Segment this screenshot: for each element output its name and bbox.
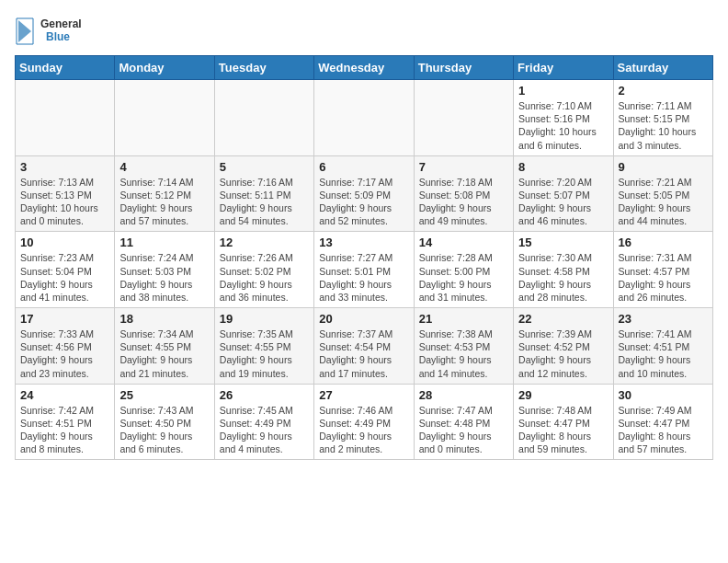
day-cell-2: 2Sunrise: 7:11 AM Sunset: 5:15 PM Daylig… <box>613 80 712 156</box>
day-number: 10 <box>20 236 109 249</box>
day-info: Sunrise: 7:47 AM Sunset: 4:48 PM Dayligh… <box>419 404 508 456</box>
day-info: Sunrise: 7:10 AM Sunset: 5:16 PM Dayligh… <box>518 99 608 152</box>
day-info: Sunrise: 7:21 AM Sunset: 5:05 PM Dayligh… <box>619 176 708 228</box>
day-cell-12: 12Sunrise: 7:26 AM Sunset: 5:02 PM Dayli… <box>214 232 313 308</box>
header: General Blue <box>15 15 713 48</box>
week-row-2: 3Sunrise: 7:13 AM Sunset: 5:13 PM Daylig… <box>16 155 713 232</box>
day-number: 4 <box>119 160 209 174</box>
day-cell-26: 26Sunrise: 7:45 AM Sunset: 4:49 PM Dayli… <box>214 384 313 460</box>
day-info: Sunrise: 7:26 AM Sunset: 5:02 PM Dayligh… <box>220 251 309 304</box>
day-info: Sunrise: 7:17 AM Sunset: 5:09 PM Dayligh… <box>319 176 408 228</box>
day-cell-5: 5Sunrise: 7:16 AM Sunset: 5:11 PM Daylig… <box>214 155 313 232</box>
day-info: Sunrise: 7:27 AM Sunset: 5:01 PM Dayligh… <box>319 251 408 304</box>
day-info: Sunrise: 7:38 AM Sunset: 4:53 PM Dayligh… <box>419 327 508 380</box>
day-cell-11: 11Sunrise: 7:24 AM Sunset: 5:03 PM Dayli… <box>115 232 214 308</box>
day-cell-10: 10Sunrise: 7:23 AM Sunset: 5:04 PM Dayli… <box>16 232 115 308</box>
day-cell-21: 21Sunrise: 7:38 AM Sunset: 4:53 PM Dayli… <box>414 308 513 385</box>
day-cell-17: 17Sunrise: 7:33 AM Sunset: 4:56 PM Dayli… <box>16 308 115 385</box>
empty-cell <box>214 80 313 156</box>
day-info: Sunrise: 7:20 AM Sunset: 5:07 PM Dayligh… <box>518 176 608 228</box>
day-info: Sunrise: 7:48 AM Sunset: 4:47 PM Dayligh… <box>518 404 608 456</box>
week-row-1: 1Sunrise: 7:10 AM Sunset: 5:16 PM Daylig… <box>16 80 713 156</box>
day-number: 21 <box>419 312 508 326</box>
day-number: 30 <box>619 388 708 402</box>
day-number: 8 <box>518 160 608 174</box>
logo-icon: General Blue <box>15 15 97 48</box>
day-info: Sunrise: 7:42 AM Sunset: 4:51 PM Dayligh… <box>20 404 109 456</box>
day-info: Sunrise: 7:13 AM Sunset: 5:13 PM Dayligh… <box>20 176 109 228</box>
weekday-header-friday: Friday <box>514 56 613 80</box>
day-cell-16: 16Sunrise: 7:31 AM Sunset: 4:57 PM Dayli… <box>613 232 712 308</box>
empty-cell <box>314 80 414 156</box>
day-cell-3: 3Sunrise: 7:13 AM Sunset: 5:13 PM Daylig… <box>16 155 115 232</box>
day-cell-27: 27Sunrise: 7:46 AM Sunset: 4:49 PM Dayli… <box>314 384 414 460</box>
day-number: 1 <box>518 84 608 98</box>
day-number: 5 <box>220 160 309 174</box>
day-info: Sunrise: 7:37 AM Sunset: 4:54 PM Dayligh… <box>319 327 408 380</box>
day-number: 6 <box>319 160 408 174</box>
day-info: Sunrise: 7:28 AM Sunset: 5:00 PM Dayligh… <box>419 251 508 304</box>
day-cell-14: 14Sunrise: 7:28 AM Sunset: 5:00 PM Dayli… <box>414 232 513 308</box>
day-info: Sunrise: 7:23 AM Sunset: 5:04 PM Dayligh… <box>20 251 109 304</box>
weekday-header-thursday: Thursday <box>414 56 513 80</box>
day-cell-24: 24Sunrise: 7:42 AM Sunset: 4:51 PM Dayli… <box>16 384 115 460</box>
day-number: 24 <box>20 388 109 402</box>
day-number: 9 <box>619 160 708 174</box>
day-cell-15: 15Sunrise: 7:30 AM Sunset: 4:58 PM Dayli… <box>514 232 613 308</box>
day-number: 28 <box>419 388 508 402</box>
day-number: 3 <box>20 160 109 174</box>
day-info: Sunrise: 7:16 AM Sunset: 5:11 PM Dayligh… <box>220 176 309 228</box>
day-cell-18: 18Sunrise: 7:34 AM Sunset: 4:55 PM Dayli… <box>115 308 214 385</box>
empty-cell <box>115 80 214 156</box>
day-number: 2 <box>619 84 708 98</box>
day-number: 23 <box>619 312 708 326</box>
weekday-header-saturday: Saturday <box>613 56 712 80</box>
day-number: 17 <box>20 312 109 326</box>
calendar-table: SundayMondayTuesdayWednesdayThursdayFrid… <box>15 55 713 460</box>
svg-text:Blue: Blue <box>46 30 70 43</box>
day-info: Sunrise: 7:30 AM Sunset: 4:58 PM Dayligh… <box>518 251 608 304</box>
day-info: Sunrise: 7:34 AM Sunset: 4:55 PM Dayligh… <box>119 327 209 380</box>
day-number: 12 <box>220 236 309 249</box>
day-number: 26 <box>220 388 309 402</box>
day-info: Sunrise: 7:31 AM Sunset: 4:57 PM Dayligh… <box>619 251 708 304</box>
day-info: Sunrise: 7:14 AM Sunset: 5:12 PM Dayligh… <box>119 176 209 228</box>
day-info: Sunrise: 7:45 AM Sunset: 4:49 PM Dayligh… <box>220 404 309 456</box>
day-number: 29 <box>518 388 608 402</box>
day-cell-19: 19Sunrise: 7:35 AM Sunset: 4:55 PM Dayli… <box>214 308 313 385</box>
day-number: 14 <box>419 236 508 249</box>
day-number: 20 <box>319 312 408 326</box>
day-cell-28: 28Sunrise: 7:47 AM Sunset: 4:48 PM Dayli… <box>414 384 513 460</box>
weekday-header-sunday: Sunday <box>16 56 115 80</box>
svg-text:General: General <box>40 17 82 30</box>
day-info: Sunrise: 7:41 AM Sunset: 4:51 PM Dayligh… <box>619 327 708 380</box>
week-row-5: 24Sunrise: 7:42 AM Sunset: 4:51 PM Dayli… <box>16 384 713 460</box>
day-cell-25: 25Sunrise: 7:43 AM Sunset: 4:50 PM Dayli… <box>115 384 214 460</box>
empty-cell <box>414 80 513 156</box>
day-cell-7: 7Sunrise: 7:18 AM Sunset: 5:08 PM Daylig… <box>414 155 513 232</box>
day-cell-1: 1Sunrise: 7:10 AM Sunset: 5:16 PM Daylig… <box>514 80 613 156</box>
day-cell-4: 4Sunrise: 7:14 AM Sunset: 5:12 PM Daylig… <box>115 155 214 232</box>
week-row-4: 17Sunrise: 7:33 AM Sunset: 4:56 PM Dayli… <box>16 308 713 385</box>
day-number: 27 <box>319 388 408 402</box>
day-cell-20: 20Sunrise: 7:37 AM Sunset: 4:54 PM Dayli… <box>314 308 414 385</box>
day-info: Sunrise: 7:49 AM Sunset: 4:47 PM Dayligh… <box>619 404 708 456</box>
day-cell-8: 8Sunrise: 7:20 AM Sunset: 5:07 PM Daylig… <box>514 155 613 232</box>
day-number: 16 <box>619 236 708 249</box>
day-info: Sunrise: 7:11 AM Sunset: 5:15 PM Dayligh… <box>619 99 708 152</box>
day-cell-9: 9Sunrise: 7:21 AM Sunset: 5:05 PM Daylig… <box>613 155 712 232</box>
day-cell-22: 22Sunrise: 7:39 AM Sunset: 4:52 PM Dayli… <box>514 308 613 385</box>
day-cell-29: 29Sunrise: 7:48 AM Sunset: 4:47 PM Dayli… <box>514 384 613 460</box>
weekday-header-row: SundayMondayTuesdayWednesdayThursdayFrid… <box>16 56 713 80</box>
day-cell-6: 6Sunrise: 7:17 AM Sunset: 5:09 PM Daylig… <box>314 155 414 232</box>
day-info: Sunrise: 7:18 AM Sunset: 5:08 PM Dayligh… <box>419 176 508 228</box>
day-info: Sunrise: 7:24 AM Sunset: 5:03 PM Dayligh… <box>119 251 209 304</box>
day-number: 19 <box>220 312 309 326</box>
weekday-header-monday: Monday <box>115 56 214 80</box>
day-cell-13: 13Sunrise: 7:27 AM Sunset: 5:01 PM Dayli… <box>314 232 414 308</box>
weekday-header-wednesday: Wednesday <box>314 56 414 80</box>
empty-cell <box>16 80 115 156</box>
day-info: Sunrise: 7:46 AM Sunset: 4:49 PM Dayligh… <box>319 404 408 456</box>
day-info: Sunrise: 7:43 AM Sunset: 4:50 PM Dayligh… <box>119 404 209 456</box>
svg-marker-3 <box>18 20 31 42</box>
